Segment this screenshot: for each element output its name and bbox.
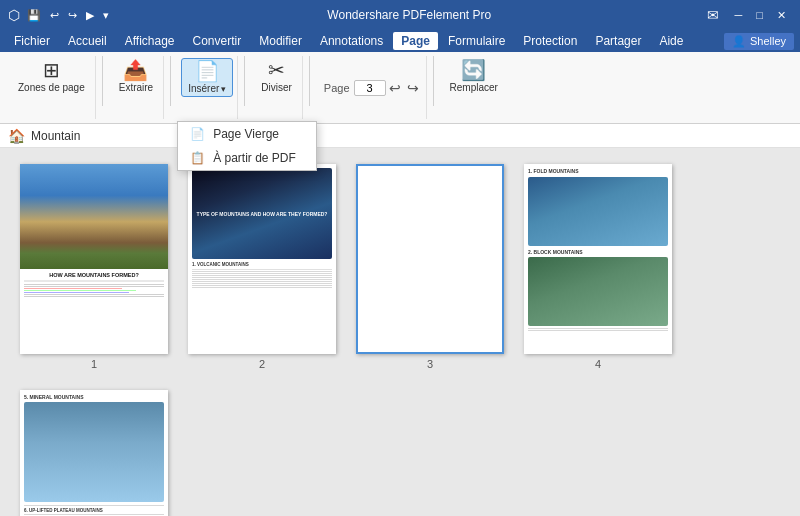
inserer-label: Insérer ▾ [188, 83, 226, 94]
page-inner-1: HOW ARE MOUNTAINS FORMED? [20, 164, 168, 354]
page-inner-2: TYPE OF MOUNTAINS AND HOW ARE THEY FORME… [188, 164, 336, 354]
a-partir-de-pdf-item[interactable]: 📋 À partir de PDF [178, 146, 316, 170]
title-bar: ⬡ 💾 ↩ ↪ ▶ ▾ Wondershare PDFelement Pro ✉… [0, 0, 800, 30]
page-inner-4: 1. FOLD MOUNTAINS 2. BLOCK MOUNTAINS [524, 164, 672, 354]
page-vierge-item[interactable]: 📄 Page Vierge [178, 122, 316, 146]
page-thumb-1[interactable]: HOW ARE MOUNTAINS FORMED? 1 [20, 164, 168, 370]
page-number-input[interactable] [354, 80, 386, 96]
play-quick-btn[interactable]: ▶ [83, 8, 97, 23]
minimize-btn[interactable]: ─ [729, 7, 749, 24]
extraire-icon: 📤 [123, 60, 148, 80]
menu-modifier[interactable]: Modifier [251, 32, 310, 50]
extraire-label: Extraire [119, 82, 153, 93]
a-partir-label: À partir de PDF [213, 151, 296, 165]
quick-access-toolbar: 💾 ↩ ↪ ▶ ▾ [24, 8, 112, 23]
nav-next-btn[interactable]: ↪ [404, 79, 422, 97]
maximize-btn[interactable]: □ [750, 7, 769, 24]
nav-prev-btn[interactable]: ↩ [386, 79, 404, 97]
zones-label: Zones de page [18, 82, 85, 93]
menu-affichage[interactable]: Affichage [117, 32, 183, 50]
page-label: Page [324, 82, 350, 94]
save-quick-btn[interactable]: 💾 [24, 8, 44, 23]
location-path: Mountain [31, 129, 80, 143]
home-icon[interactable]: 🏠 [8, 128, 25, 144]
redo-quick-btn[interactable]: ↪ [65, 8, 80, 23]
menu-protection[interactable]: Protection [515, 32, 585, 50]
main-content: HOW ARE MOUNTAINS FORMED? 1 TYPE OF MOUN… [0, 148, 800, 516]
user-name: Shelley [750, 35, 786, 47]
menu-convertir[interactable]: Convertir [185, 32, 250, 50]
page-input-wrap: Page [324, 80, 386, 96]
ribbon-divider-3 [244, 56, 245, 106]
page-thumb-4[interactable]: 1. FOLD MOUNTAINS 2. BLOCK MOUNTAINS 4 [524, 164, 672, 370]
page-number-label-1: 1 [91, 358, 97, 370]
diviser-btn[interactable]: ✂ Diviser [255, 58, 298, 95]
email-icon[interactable]: ✉ [707, 7, 719, 24]
page-number-label-3: 3 [427, 358, 433, 370]
title-bar-left: ⬡ 💾 ↩ ↪ ▶ ▾ [8, 7, 112, 23]
inserer-dropdown: 📄 Page Vierge 📋 À partir de PDF [177, 121, 317, 171]
ribbon-group-diviser: ✂ Diviser [251, 56, 303, 119]
ribbon-group-inserer: 📄 Insérer ▾ 📄 Page Vierge 📋 À partir de … [177, 56, 238, 119]
app-icon: ⬡ [8, 7, 20, 23]
remplacer-label: Remplacer [450, 82, 498, 93]
menu-annotations[interactable]: Annotations [312, 32, 391, 50]
remplacer-btn[interactable]: 🔄 Remplacer [444, 58, 504, 95]
menu-accueil[interactable]: Accueil [60, 32, 115, 50]
diviser-icon: ✂ [268, 60, 285, 80]
menu-partager[interactable]: Partager [587, 32, 649, 50]
zones-de-page-btn[interactable]: ⊞ Zones de page [12, 58, 91, 95]
menu-fichier[interactable]: Fichier [6, 32, 58, 50]
page-number-label-4: 4 [595, 358, 601, 370]
window-controls: ✉ ─ □ ✕ [707, 7, 792, 24]
page-number-label-2: 2 [259, 358, 265, 370]
ribbon-divider-2 [170, 56, 171, 106]
menu-page[interactable]: Page [393, 32, 438, 50]
page-inner-5: 5. MINERAL MOUNTAINS 6. UP-LIFTED PLATEA… [20, 390, 168, 516]
page-thumb-2[interactable]: TYPE OF MOUNTAINS AND HOW ARE THEY FORME… [188, 164, 336, 370]
diviser-label: Diviser [261, 82, 292, 93]
page-thumb-5[interactable]: 5. MINERAL MOUNTAINS 6. UP-LIFTED PLATEA… [20, 390, 168, 516]
ribbon-group-page-nav: Page ↩ ↪ [316, 56, 427, 119]
close-btn[interactable]: ✕ [771, 7, 792, 24]
app-title: Wondershare PDFelement Pro [112, 8, 707, 22]
menu-bar: Fichier Accueil Affichage Convertir Modi… [0, 30, 800, 52]
inserer-btn[interactable]: 📄 Insérer ▾ [181, 58, 233, 97]
inserer-icon: 📄 [195, 61, 220, 81]
user-avatar[interactable]: 👤 Shelley [724, 33, 794, 50]
page-vierge-label: Page Vierge [213, 127, 279, 141]
ribbon-group-extraire: 📤 Extraire [109, 56, 164, 119]
user-icon: 👤 [732, 35, 746, 48]
a-partir-icon: 📋 [190, 151, 205, 165]
ribbon-divider-4 [309, 56, 310, 106]
ribbon-group-remplacer: 🔄 Remplacer [440, 56, 508, 119]
ribbon: ⊞ Zones de page 📤 Extraire 📄 Insérer ▾ 📄… [0, 52, 800, 124]
page-inner-3 [356, 164, 504, 354]
ribbon-group-zones: ⊞ Zones de page [8, 56, 96, 119]
zones-icon: ⊞ [43, 60, 60, 80]
ribbon-divider-5 [433, 56, 434, 106]
ribbon-divider-1 [102, 56, 103, 106]
extraire-btn[interactable]: 📤 Extraire [113, 58, 159, 95]
dropdown-quick-btn[interactable]: ▾ [100, 8, 112, 23]
menu-aide[interactable]: Aide [651, 32, 691, 50]
page-thumb-3[interactable]: 3 [356, 164, 504, 370]
menu-formulaire[interactable]: Formulaire [440, 32, 513, 50]
remplacer-icon: 🔄 [461, 60, 486, 80]
location-bar: 🏠 Mountain [0, 124, 800, 148]
undo-quick-btn[interactable]: ↩ [47, 8, 62, 23]
page-vierge-icon: 📄 [190, 127, 205, 141]
